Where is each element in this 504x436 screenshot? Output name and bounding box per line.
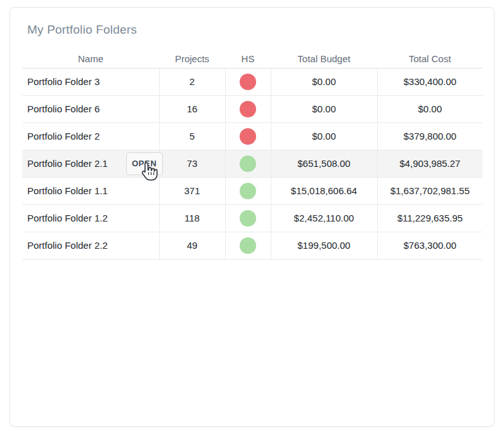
health-status-dot xyxy=(240,101,256,117)
projects-cell: 5 xyxy=(159,122,225,150)
total-cost-cell: $330,400.00 xyxy=(377,68,482,95)
health-status-dot xyxy=(240,155,256,172)
projects-cell: 118 xyxy=(159,204,225,232)
open-button[interactable]: OPEN xyxy=(126,152,163,175)
total-cost-cell: $379,800.00 xyxy=(377,122,482,150)
hs-cell xyxy=(225,232,271,259)
health-status-dot xyxy=(240,237,256,254)
folder-name-cell: Portfolio Folder 1.1 xyxy=(22,177,159,204)
portfolio-folders-card: My Portfolio Folders Name Projects HS To… xyxy=(10,7,494,427)
table-row[interactable]: Portfolio Folder 2.2 49 $199,500.00 $763… xyxy=(22,232,482,259)
folder-name-cell: Portfolio Folder 2.2 xyxy=(22,232,159,259)
projects-cell: 49 xyxy=(159,232,225,259)
column-header-total-budget: Total Budget xyxy=(271,50,377,68)
hs-cell xyxy=(225,68,271,95)
hs-cell xyxy=(225,204,271,232)
total-cost-cell: $4,903,985.27 xyxy=(377,150,482,177)
total-budget-cell: $0.00 xyxy=(271,95,377,122)
folder-name: Portfolio Folder 2.1 xyxy=(27,158,108,169)
table-header-row: Name Projects HS Total Budget Total Cost xyxy=(22,50,482,68)
column-header-hs: HS xyxy=(225,50,271,68)
total-budget-cell: $0.00 xyxy=(271,122,377,150)
table-row[interactable]: Portfolio Folder 6 16 $0.00 $0.00 xyxy=(22,95,482,122)
projects-cell: 2 xyxy=(159,68,225,95)
table-row-hovered[interactable]: Portfolio Folder 2.1 OPEN 73 $651,508.00… xyxy=(22,150,482,177)
total-budget-cell: $651,508.00 xyxy=(271,150,377,177)
column-header-total-cost: Total Cost xyxy=(377,50,482,68)
total-cost-cell: $1,637,702,981.55 xyxy=(377,177,482,204)
total-cost-cell: $11,229,635.95 xyxy=(377,204,482,232)
hs-cell xyxy=(225,177,271,204)
health-status-dot xyxy=(240,183,256,199)
total-budget-cell: $2,452,110.00 xyxy=(271,204,377,232)
folder-name-cell: Portfolio Folder 2 xyxy=(22,122,159,150)
health-status-dot xyxy=(240,74,256,90)
projects-cell: 371 xyxy=(159,177,225,204)
page-title: My Portfolio Folders xyxy=(27,23,494,37)
total-budget-cell: $15,018,606.64 xyxy=(271,177,377,204)
hs-cell xyxy=(225,150,271,177)
health-status-dot xyxy=(240,128,256,145)
total-cost-cell: $0.00 xyxy=(377,95,482,122)
total-cost-cell: $763,300.00 xyxy=(377,232,482,259)
column-header-projects: Projects xyxy=(159,50,225,68)
table-row[interactable]: Portfolio Folder 2 5 $0.00 $379,800.00 xyxy=(22,122,482,150)
table-row[interactable]: Portfolio Folder 3 2 $0.00 $330,400.00 xyxy=(22,68,482,95)
folder-name-cell: Portfolio Folder 3 xyxy=(22,68,159,95)
table-row[interactable]: Portfolio Folder 1.2 118 $2,452,110.00 $… xyxy=(22,204,482,232)
table-row[interactable]: Portfolio Folder 1.1 371 $15,018,606.64 … xyxy=(22,177,482,204)
total-budget-cell: $199,500.00 xyxy=(271,232,377,259)
projects-cell: 16 xyxy=(159,95,225,122)
hs-cell xyxy=(225,122,271,150)
folder-name-cell: Portfolio Folder 2.1 OPEN xyxy=(22,150,159,177)
hs-cell xyxy=(225,95,271,122)
folder-name-cell: Portfolio Folder 1.2 xyxy=(22,204,159,232)
column-header-name: Name xyxy=(22,50,159,68)
projects-cell: 73 xyxy=(159,150,225,177)
portfolio-folders-table: Name Projects HS Total Budget Total Cost… xyxy=(22,50,482,260)
health-status-dot xyxy=(240,210,256,227)
total-budget-cell: $0.00 xyxy=(271,68,377,95)
folder-name-cell: Portfolio Folder 6 xyxy=(22,95,159,122)
